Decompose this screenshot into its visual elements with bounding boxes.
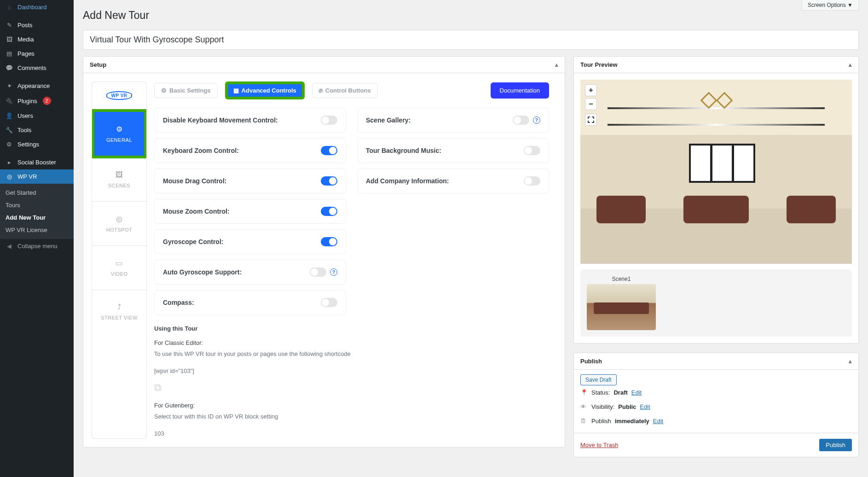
publish-row: 🗓 Publish immediately Edit [580,414,852,428]
menu-label: Appearance [17,82,50,89]
media-icon: 🖾 [5,36,14,43]
tab-control-buttons[interactable]: ⎚ Control Buttons [312,83,378,98]
info-icon[interactable]: ? [533,116,540,124]
wpvr-icon: ◎ [5,173,14,180]
hotspot-icon: ◎ [97,215,142,223]
control-compass: Compass: [154,290,346,315]
scene-thumbnail[interactable]: Scene1 [587,276,656,330]
control-label: Gyroscope Control: [163,238,223,245]
toggle-gyroscope[interactable] [321,237,337,246]
chandelier-decor [703,94,730,108]
menu-pages[interactable]: ▤ Pages [0,47,74,61]
status-edit-link[interactable]: Edit [631,389,642,396]
toggle-mouse-drag[interactable] [321,176,337,186]
scene-label: Scene1 [587,276,656,282]
usage-heading: Using this Tour [154,323,549,334]
toggle-compass[interactable] [321,298,337,307]
screen-options-tab[interactable]: Screen Options ▼ [802,0,859,11]
control-mouse-drag: Mouse Drag Control: [154,169,346,193]
preview-viewport[interactable]: + − [580,80,852,264]
menu-social-booster[interactable]: ▸ Social Booster [0,155,74,169]
socialbooster-icon: ▸ [5,159,14,166]
submenu-tours[interactable]: Tours [0,199,74,211]
top-tabs: ⚙ Basic Settings ▦ Advanced Controls ⎚ C… [154,81,549,99]
menu-plugins[interactable]: 🔌 Plugins 2 [0,93,74,109]
wpvr-logo: WP VR [106,91,132,100]
menu-settings[interactable]: ⚙ Settings [0,137,74,151]
vtab-label: GENERAL [106,137,132,143]
control-label: Compass: [163,299,194,306]
move-to-trash-link[interactable]: Move to Trash [580,442,618,448]
toggle-disable-keyboard[interactable] [321,116,337,125]
vtab-hotspot[interactable]: ◎ HOTSPOT [92,202,146,246]
menu-wpvr[interactable]: ◎ WP VR [0,169,74,184]
toggle-keyboard-zoom[interactable] [321,146,337,155]
setup-collapse-icon[interactable]: ▴ [555,61,558,68]
tour-title-input[interactable] [83,30,859,50]
publish-title: Publish [580,358,602,365]
menu-label: Pages [17,50,35,57]
submenu-add-new-tour[interactable]: Add New Tour [0,211,74,224]
vtab-streetview[interactable]: ⤴ STREET VIEW [92,290,146,333]
preview-collapse-icon[interactable]: ▴ [849,61,852,68]
fullscreen-icon [588,116,594,123]
info-icon[interactable]: ? [330,268,337,276]
publish-button[interactable]: Publish [819,439,852,451]
status-label: Status: [591,389,610,396]
menu-dashboard[interactable]: ⌂ Dashboard [0,0,74,14]
zoom-in-button[interactable]: + [585,84,597,96]
appearance-icon: ✦ [5,82,14,89]
fullscreen-button[interactable] [585,114,597,126]
vtab-logo: WP VR [92,82,146,110]
publish-edit-link[interactable]: Edit [653,418,663,425]
preview-title: Tour Preview [580,61,618,68]
visibility-label: Visibility: [591,403,614,410]
sofa-decor [683,196,749,223]
control-label: Mouse Drag Control: [163,177,226,185]
toggle-auto-gyroscope[interactable] [310,268,326,277]
vtab-general[interactable]: ⚙ GENERAL [92,109,147,158]
sofa-decor [596,196,645,223]
tab-basic-settings[interactable]: ⚙ Basic Settings [154,83,218,98]
publish-collapse-icon[interactable]: ▴ [849,358,852,365]
streetview-icon: ⤴ [97,303,142,311]
menu-label: Comments [17,64,46,71]
toggle-mouse-zoom[interactable] [321,207,337,216]
copy-icon[interactable]: ⧉ [154,378,549,397]
control-scene-gallery: Scene Gallery: ? [357,108,549,133]
collapse-label: Collapse menu [17,243,58,250]
save-draft-button[interactable]: Save Draft [580,374,617,385]
gutenberg-text: Select tour with this ID on WP VR block … [154,411,549,422]
menu-tools[interactable]: 🔧 Tools [0,123,74,137]
main-content: Screen Options ▼ Add New Tour Setup ▴ WP… [74,0,868,477]
menu-media[interactable]: 🖾 Media [0,32,74,47]
collapse-icon: ◀ [5,243,14,250]
submenu-license[interactable]: WP VR License [0,224,74,236]
tour-id: 103 [154,428,549,439]
visibility-edit-link[interactable]: Edit [640,403,650,410]
publish-label: Publish [591,418,611,425]
control-bg-music: Tour Background Music: [357,138,549,163]
submenu-get-started[interactable]: Get Started [0,186,74,199]
toggle-company-info[interactable] [524,176,540,186]
tab-advanced-controls[interactable]: ▦ Advanced Controls [225,81,305,99]
control-label: Scene Gallery: [366,116,411,124]
toggle-bg-music[interactable] [524,146,540,155]
control-disable-keyboard: Disable Keyboard Movement Control: [154,108,346,133]
painting-decor [732,144,755,183]
zoom-out-button[interactable]: − [585,98,597,110]
vtab-label: STREET VIEW [101,315,138,320]
menu-appearance[interactable]: ✦ Appearance [0,79,74,93]
vtab-video[interactable]: ▭ VIDEO [92,246,146,290]
gutenberg-title: For Gutenberg: [154,400,549,411]
menu-comments[interactable]: 💬 Comments [0,61,74,75]
collapse-menu[interactable]: ◀ Collapse menu [0,239,74,253]
menu-users[interactable]: 👤 Users [0,109,74,123]
documentation-button[interactable]: Documentation [491,82,549,99]
plugins-icon: 🔌 [5,98,14,105]
menu-label: Users [17,112,33,119]
menu-posts[interactable]: ✎ Posts [0,18,74,32]
publish-header: Publish ▴ [574,353,858,370]
vtab-scenes[interactable]: 🖼 SCENES [92,158,146,202]
toggle-scene-gallery[interactable] [513,116,529,125]
